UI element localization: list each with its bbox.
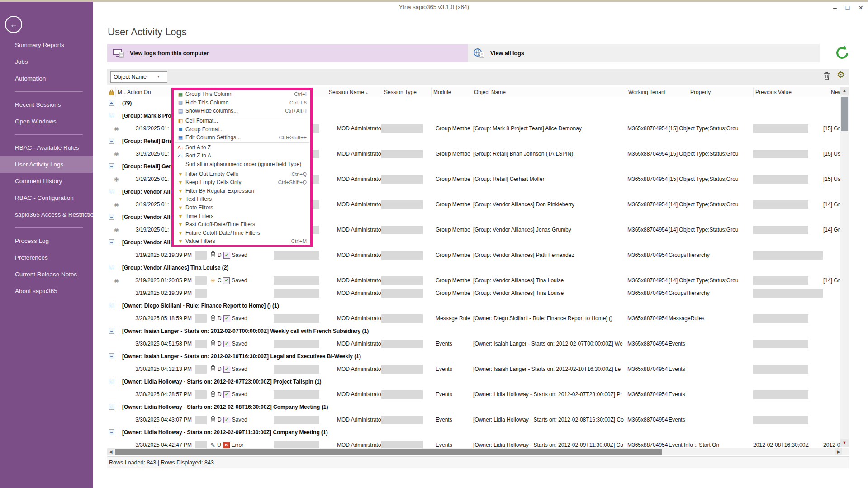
sidebar-item-recent-sessions[interactable]: Recent Sessions <box>0 96 93 113</box>
collapse-icon[interactable]: − <box>109 353 114 359</box>
menu-item-text-filters[interactable]: ▼Text Filters <box>174 195 310 204</box>
menu-item-future-cutoff-date-time-filters[interactable]: ▼Future Cutoff-Date/Time Filters <box>174 229 310 237</box>
menu-item-past-cutoff-date-time-filters[interactable]: ▼Past Cutoff-Date/Time Filters <box>174 220 310 229</box>
menu-item-group-this-column[interactable]: ▦Group This ColumnCtrl+I <box>174 90 310 99</box>
future-cutoff-date-time-filters-icon: ▼ <box>175 230 185 236</box>
menu-item-group-format[interactable]: ≣Group Format... <box>174 125 310 133</box>
column-header-object-name[interactable]: Object Name <box>472 87 626 98</box>
sidebar-nav: Summary ReportsJobsAutomationRecent Sess… <box>0 37 93 299</box>
past-cutoff-date-time-filters-icon: ▼ <box>175 222 185 227</box>
sidebar-item-about-sapio365[interactable]: About sapio365 <box>0 283 93 299</box>
table-row[interactable]: 3/19/2025 02:19:39 PMMOD AdministratorGr… <box>107 287 849 300</box>
menu-item-time-filters[interactable]: ▼Time Filters <box>174 212 310 220</box>
collapse-icon[interactable]: − <box>109 214 114 220</box>
sidebar-item-jobs[interactable]: Jobs <box>0 53 93 70</box>
sidebar-item-open-windows[interactable]: Open Windows <box>0 113 93 130</box>
column-header-previous-value[interactable]: Previous Value <box>753 87 813 98</box>
collapse-icon[interactable]: − <box>109 303 114 308</box>
group-header-row[interactable]: −[Owner: Lidia Holloway - Starts on: 201… <box>107 375 849 389</box>
group-header-row[interactable]: −[Group: Vendor Alliances] Tina Louise (… <box>107 261 849 275</box>
redacted-user-cell <box>274 276 319 285</box>
menu-item-value-filters[interactable]: ▼Value FiltersCtrl+M <box>174 237 310 246</box>
close-button[interactable]: ✕ <box>855 3 867 12</box>
menu-item-show-hide-columns[interactable]: ▤Show/Hide columns...Ctrl+Alt+I <box>174 107 310 115</box>
table-row[interactable]: 3/19/2025 02:19:39 PMD✓SavedMOD Administ… <box>107 249 849 262</box>
minimize-button[interactable]: – <box>829 3 841 12</box>
horizontal-scrollbar[interactable]: ◀ ▶ <box>107 448 849 455</box>
collapse-icon[interactable]: − <box>109 189 114 194</box>
menu-item-date-filters[interactable]: ▼Date Filters <box>174 204 310 212</box>
action-letter: D <box>218 366 222 372</box>
delete-action-icon <box>210 390 216 399</box>
sidebar-item-comment-history[interactable]: Comment History <box>0 173 93 190</box>
group-header-row[interactable]: −[Owner: Isaiah Langer - Starts on: 2012… <box>107 325 849 338</box>
group-header-row[interactable]: −[Owner: Lidia Holloway - Starts on: 201… <box>107 401 849 414</box>
column-header-property[interactable]: Property <box>688 87 752 98</box>
back-arrow-icon[interactable]: ← <box>5 16 22 33</box>
table-row[interactable]: 3/30/2025 04:43:07 PMD✓SavedMOD Administ… <box>107 413 849 426</box>
scroll-right-icon[interactable]: ▶ <box>835 448 842 455</box>
table-row[interactable]: 3/30/2025 04:51:58 PMD✓SavedMOD Administ… <box>107 337 849 351</box>
menu-item-sort-a-to-z[interactable]: A↓Sort A to Z <box>174 143 310 152</box>
table-row[interactable]: ◉3/19/2025 01:20:05 PM☀C✓SavedMOD Admini… <box>107 274 849 287</box>
sidebar-item-process-log[interactable]: Process Log <box>0 232 93 249</box>
collapse-icon[interactable]: − <box>109 328 114 334</box>
delete-logs-icon[interactable] <box>823 71 830 82</box>
collapse-icon[interactable]: − <box>109 404 114 410</box>
vertical-scrollbar-thumb[interactable] <box>841 97 848 131</box>
menu-item-cell-format[interactable]: ◧Cell Format... <box>174 117 310 125</box>
refresh-icon[interactable] <box>834 45 850 61</box>
maximize-button[interactable]: □ <box>842 3 854 12</box>
sidebar-item-preferences[interactable]: Preferences <box>0 249 93 266</box>
collapse-icon[interactable]: − <box>109 163 114 169</box>
view-logs-this-computer-button[interactable]: View logs from this computer <box>107 44 468 62</box>
sidebar-item-current-release-notes[interactable]: Current Release Notes <box>0 266 93 283</box>
menu-item-edit-column-settings[interactable]: ▦Edit Column Settings...Ctrl+Shift+F <box>174 133 310 142</box>
group-header-row[interactable]: −[Owner: Diego Siciliani - Rule: Finance… <box>107 299 849 313</box>
column-header-session-type[interactable]: Session Type <box>382 87 431 98</box>
table-row[interactable]: 3/30/2025 04:32:13 PMD✓SavedMOD Administ… <box>107 363 849 376</box>
property-cell: Events <box>669 388 752 401</box>
object-name-cell: [Group: Vendor Alliances] Patti Fernande… <box>473 249 626 261</box>
scroll-left-icon[interactable]: ◀ <box>107 448 114 455</box>
sidebar-item-summary-reports[interactable]: Summary Reports <box>0 37 93 53</box>
scroll-up-icon[interactable]: ▲ <box>840 87 849 95</box>
group-header-row[interactable]: −[Owner: Lidia Holloway - Starts on: 201… <box>107 426 849 439</box>
horizontal-scrollbar-thumb[interactable] <box>115 449 662 455</box>
sidebar-item-sapio365-access-restrictions[interactable]: sapio365 Access & Restrictions <box>0 206 93 223</box>
collapse-icon[interactable]: − <box>109 429 114 435</box>
menu-item-keep-empty-cells-only[interactable]: ▼Keep Empty Cells OnlyCtrl+Shift+Q <box>174 178 310 187</box>
collapse-icon[interactable]: − <box>109 239 114 245</box>
expand-icon[interactable]: + <box>109 100 114 106</box>
redacted-previous-value-cell <box>753 365 808 374</box>
redacted-previous-value-cell <box>753 124 808 133</box>
column-header-new-v[interactable]: New V <box>829 87 841 98</box>
column-header-module[interactable]: Module <box>431 87 471 98</box>
scroll-down-icon[interactable]: ▼ <box>840 439 849 447</box>
collapse-icon[interactable]: − <box>109 379 114 384</box>
property-cell: [14] Object Type;Status;Grou <box>669 198 752 211</box>
collapse-icon[interactable]: − <box>109 265 114 270</box>
group-header-row[interactable]: −[Owner: Isaiah Langer - Starts on: 2012… <box>107 350 849 363</box>
sidebar-item-rbac-configuration[interactable]: RBAC - Configuration <box>0 190 93 206</box>
settings-gear-icon[interactable]: ⚙ <box>837 69 845 80</box>
redacted-user-cell <box>274 251 319 260</box>
menu-item-sort-z-to-a[interactable]: Z↓Sort Z to A <box>174 152 310 160</box>
collapse-icon[interactable]: − <box>109 113 114 118</box>
menu-item-sort-all-in-alphanumeric-order-ignore-field-type[interactable]: Sort all in alphanumeric order (ignore f… <box>174 160 310 169</box>
table-row[interactable]: 3/20/2025 05:18:59 PMD✓SavedMOD Administ… <box>107 312 849 325</box>
column-header-session-name[interactable]: Session Name▴ <box>327 87 381 98</box>
sidebar-item-rbac-available-roles[interactable]: RBAC - Available Roles <box>0 139 93 156</box>
menu-item-filter-by-regular-expression[interactable]: ▼Filter By Regular Expression <box>174 187 310 195</box>
menu-item-filter-out-empty-cells[interactable]: ▼Filter Out Empty CellsCtrl+Q <box>174 170 310 178</box>
sidebar-divider <box>15 91 83 92</box>
column-header-working-tenant[interactable]: Working Tenant <box>626 87 688 98</box>
table-row[interactable]: 3/30/2025 04:38:57 PMD✓SavedMOD Administ… <box>107 388 849 401</box>
sidebar-item-user-activity-logs[interactable]: User Activity Logs <box>0 156 93 173</box>
view-all-logs-button[interactable]: View all logs <box>468 44 820 62</box>
session-name-cell: MOD Administrator <box>337 274 381 287</box>
sidebar-item-automation[interactable]: Automation <box>0 70 93 87</box>
menu-item-hide-this-column[interactable]: ▥Hide This ColumnCtrl+F6 <box>174 99 310 107</box>
vertical-scrollbar[interactable]: ▲ ▼ <box>840 87 849 447</box>
collapse-icon[interactable]: − <box>109 138 114 144</box>
